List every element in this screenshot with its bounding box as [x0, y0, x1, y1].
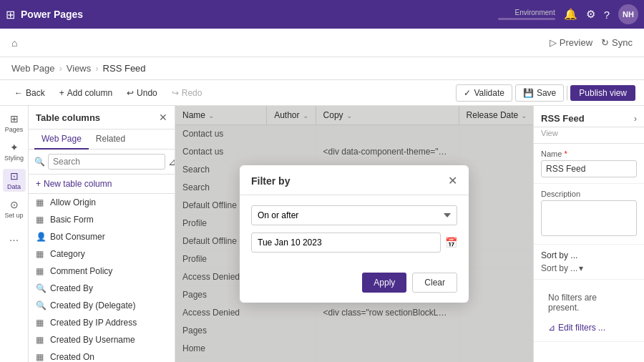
- column-item[interactable]: ▦Comment Policy: [29, 263, 175, 280]
- sortby-select[interactable]: Sort by ... ▾: [541, 263, 637, 273]
- top-bar: ⊞ Power Pages Environment 🔔 ⚙ ? NH: [0, 0, 644, 29]
- tab-related[interactable]: Related: [89, 129, 132, 150]
- breadcrumb-views[interactable]: Views: [67, 63, 91, 74]
- clear-button[interactable]: Clear: [412, 273, 457, 293]
- nav-styling[interactable]: ✦ Styling: [3, 140, 26, 163]
- sync-button[interactable]: ↻ Sync: [601, 37, 633, 48]
- avatar[interactable]: NH: [618, 4, 638, 24]
- columns-list: ▦Allow Origin▦Basic Form👤Bot Consumer▦Ca…: [29, 194, 175, 362]
- column-item-icon: 🔍: [36, 283, 46, 293]
- filter-icon2: ⊿: [548, 323, 555, 333]
- column-item[interactable]: 🔍Created By (Delegate): [29, 297, 175, 314]
- validate-button[interactable]: ✓ Validate: [456, 84, 512, 102]
- filter-icon[interactable]: ⊿: [168, 156, 175, 167]
- nav-setup[interactable]: ⊙ Set up: [3, 197, 26, 220]
- breadcrumb-current: RSS Feed: [103, 63, 146, 74]
- nav-data[interactable]: ⊡ Data: [3, 169, 26, 192]
- filter-modal-title: Filter by: [251, 175, 290, 187]
- breadcrumb-sep2: ›: [95, 63, 98, 74]
- back-button[interactable]: ← Back: [9, 85, 51, 101]
- column-item[interactable]: ▦Basic Form: [29, 211, 175, 228]
- column-item[interactable]: ▦Created By Username: [29, 331, 175, 348]
- right-panel-header: RSS Feed ›: [534, 106, 644, 127]
- column-item-icon: 🔍: [36, 300, 46, 310]
- description-field-textarea[interactable]: [541, 200, 637, 236]
- preview-icon: ▷: [550, 37, 557, 48]
- divider: [567, 86, 567, 100]
- grid-icon[interactable]: ⊞: [6, 8, 15, 21]
- name-field-input[interactable]: [541, 160, 637, 177]
- column-item[interactable]: ▦Created By IP Address: [29, 314, 175, 331]
- app-title: Power Pages: [21, 9, 83, 20]
- column-item[interactable]: ▦Created On: [29, 348, 175, 362]
- main-layout: ⊞ Pages ✦ Styling ⊡ Data ⊙ Set up … Tabl…: [0, 106, 644, 362]
- column-item[interactable]: ▦Allow Origin: [29, 194, 175, 211]
- save-icon: 💾: [523, 88, 534, 98]
- nav-more[interactable]: …: [3, 226, 26, 249]
- column-item-icon: ▦: [36, 335, 46, 345]
- column-item-icon: ▦: [36, 266, 46, 276]
- right-panel-expand-button[interactable]: ›: [634, 113, 637, 124]
- no-filters-text: No filters are present.: [541, 285, 637, 320]
- calendar-icon[interactable]: 📅: [445, 237, 457, 248]
- filter-condition-select[interactable]: On or afterOn or beforeEqualsNot equalsI…: [251, 205, 457, 225]
- home-icon[interactable]: ⌂: [11, 37, 17, 49]
- breadcrumb-webpage[interactable]: Web Page: [11, 63, 54, 74]
- sortby-select-label: Sort by ...: [541, 263, 577, 273]
- settings-icon[interactable]: ⚙: [586, 8, 595, 21]
- edit-filters-button[interactable]: ⊿ Edit filters ...: [541, 320, 637, 336]
- validate-icon: ✓: [464, 88, 471, 98]
- add-icon: +: [59, 88, 64, 98]
- breadcrumb-bar: Web Page › Views › RSS Feed: [0, 57, 644, 80]
- apply-button[interactable]: Apply: [362, 273, 406, 293]
- filter-modal-close-button[interactable]: ✕: [448, 174, 457, 187]
- columns-close-button[interactable]: ✕: [159, 112, 167, 123]
- filter-modal-header: Filter by ✕: [240, 165, 469, 195]
- undo-button[interactable]: ↩ Undo: [121, 85, 163, 101]
- filter-modal-body: On or afterOn or beforeEqualsNot equalsI…: [240, 195, 469, 273]
- column-item[interactable]: 🔍Created By: [29, 280, 175, 297]
- right-panel: RSS Feed › View Name * Description Sort …: [533, 106, 644, 362]
- filter-date-input[interactable]: [251, 233, 441, 253]
- filter-modal-overlay[interactable]: Filter by ✕ On or afterOn or beforeEqual…: [175, 106, 533, 362]
- filter-date-row: 📅: [251, 233, 457, 253]
- right-panel-title: RSS Feed: [541, 113, 585, 124]
- columns-panel: Table columns ✕ Web Page Related 🔍 ⊿ + N…: [29, 106, 175, 362]
- bell-icon[interactable]: 🔔: [564, 8, 577, 21]
- sortby-label: Sort by ...: [541, 250, 577, 260]
- action-bar: ← Back + Add column ↩ Undo ↪ Redo ✓ Vali…: [0, 80, 644, 106]
- help-icon[interactable]: ?: [604, 9, 610, 21]
- column-item[interactable]: ▦Category: [29, 245, 175, 263]
- column-item-icon: ▦: [36, 215, 46, 225]
- column-item-icon: 👤: [36, 232, 46, 242]
- redo-button[interactable]: ↪ Redo: [166, 85, 208, 101]
- preview-button[interactable]: ▷ Preview: [550, 37, 592, 48]
- columns-header: Table columns ✕: [29, 106, 175, 129]
- env-label: Environment: [515, 9, 555, 16]
- sortby-row: Sort by ...: [541, 250, 637, 260]
- save-button[interactable]: 💾 Save: [515, 84, 564, 102]
- description-field-label: Description: [541, 190, 637, 198]
- search-input[interactable]: [48, 154, 165, 170]
- nav-setup-label: Set up: [4, 212, 23, 219]
- sortby-section: Sort by ... Sort by ... ▾: [534, 245, 644, 280]
- second-bar: ⌂ ▷ Preview ↻ Sync: [0, 29, 644, 57]
- pages-icon: ⊞: [10, 113, 19, 124]
- action-bar-right: ✓ Validate 💾 Save Publish view: [456, 84, 635, 102]
- new-table-column-button[interactable]: + New table column: [29, 175, 175, 194]
- column-item-icon: ▦: [36, 318, 46, 328]
- top-bar-left: ⊞ Power Pages: [6, 8, 83, 21]
- column-item-icon: ▦: [36, 249, 46, 259]
- redo-icon: ↪: [172, 88, 179, 98]
- styling-icon: ✦: [10, 142, 19, 153]
- column-item-icon: ▦: [36, 197, 46, 207]
- tab-webpage[interactable]: Web Page: [34, 129, 89, 150]
- nav-styling-label: Styling: [4, 155, 24, 162]
- add-column-button[interactable]: + Add column: [54, 85, 118, 101]
- nav-pages[interactable]: ⊞ Pages: [3, 112, 26, 134]
- publish-button[interactable]: Publish view: [570, 85, 635, 101]
- filter-modal: Filter by ✕ On or afterOn or beforeEqual…: [240, 165, 469, 303]
- data-icon: ⊡: [10, 170, 19, 182]
- name-field-label: Name *: [541, 150, 637, 158]
- column-item[interactable]: 👤Bot Consumer: [29, 228, 175, 245]
